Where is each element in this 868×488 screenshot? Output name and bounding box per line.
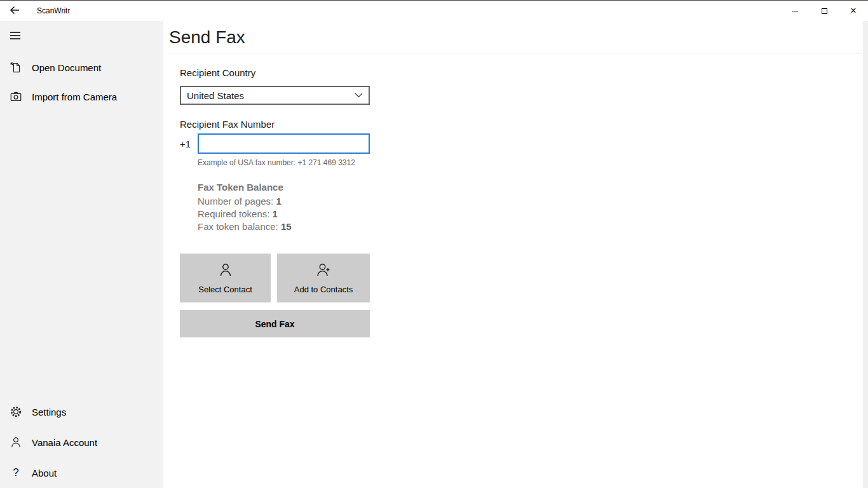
close-icon: × [850, 6, 856, 16]
fax-number-input[interactable] [198, 133, 370, 154]
pages-line: Number of pages: 1 [198, 195, 379, 208]
app-window: ScanWritr × Open Document [0, 0, 868, 488]
token-balance-block: Fax Token Balance Number of pages: 1 Req… [198, 181, 379, 233]
person-add-icon [315, 262, 332, 280]
recipient-country-value: United States [187, 90, 244, 101]
back-button[interactable] [0, 1, 29, 21]
hamburger-icon [9, 29, 22, 44]
minimize-button[interactable] [780, 1, 810, 21]
sidebar-item-import-from-camera[interactable]: Import from Camera [0, 82, 163, 111]
window-controls: × [780, 1, 868, 21]
titlebar: ScanWritr × [0, 1, 868, 21]
maximize-button[interactable] [810, 1, 839, 21]
hamburger-menu-button[interactable] [0, 21, 31, 51]
app-body: Open Document Import from Camera Setting… [0, 21, 868, 488]
chevron-down-icon [355, 93, 363, 98]
scrollbar[interactable] [864, 21, 868, 488]
send-fax-button[interactable]: Send Fax [180, 310, 370, 337]
camera-icon [9, 90, 23, 104]
recipient-country-label: Recipient Country [180, 67, 379, 78]
send-fax-form: Recipient Country United States Recipien… [169, 53, 379, 337]
sidebar-top-group: Open Document Import from Camera [0, 53, 163, 111]
sidebar-item-label: Vanaia Account [32, 437, 97, 448]
sidebar-item-about[interactable]: ? About [0, 458, 163, 488]
pages-value: 1 [276, 196, 281, 207]
fax-prefix: +1 [180, 139, 198, 149]
back-arrow-icon [10, 5, 20, 17]
select-contact-label: Select Contact [198, 285, 252, 294]
sidebar-item-vanaia-account[interactable]: Vanaia Account [0, 427, 163, 458]
contact-buttons-row: Select Contact Add to Contacts [180, 254, 379, 302]
sidebar-item-label: About [32, 468, 57, 478]
person-icon [9, 435, 23, 449]
balance-line: Fax token balance: 15 [198, 220, 379, 233]
fax-number-row: +1 [180, 133, 379, 154]
sidebar: Open Document Import from Camera Setting… [0, 21, 163, 488]
maximize-icon [822, 8, 827, 14]
sidebar-item-label: Settings [32, 407, 66, 417]
add-to-contacts-button[interactable]: Add to Contacts [277, 254, 370, 302]
minimize-icon [792, 11, 798, 11]
tokens-value: 1 [273, 208, 278, 219]
sidebar-item-settings[interactable]: Settings [0, 396, 163, 427]
sidebar-item-label: Import from Camera [32, 92, 117, 102]
app-title: ScanWritr [37, 6, 70, 15]
token-balance-heading: Fax Token Balance [198, 181, 379, 194]
recipient-country-dropdown[interactable]: United States [180, 86, 370, 105]
person-icon [217, 262, 234, 280]
sidebar-item-label: Open Document [32, 62, 101, 73]
page-title: Send Fax [169, 21, 868, 53]
tokens-line: Required tokens: 1 [198, 208, 379, 220]
sidebar-item-open-document[interactable]: Open Document [0, 53, 163, 82]
balance-value: 15 [281, 221, 292, 232]
fax-example-text: Example of USA fax number: +1 271 469 33… [198, 158, 379, 167]
open-document-icon [9, 60, 23, 74]
question-icon: ? [9, 466, 23, 480]
sidebar-bottom-group: Settings Vanaia Account ? About [0, 396, 163, 488]
main-content: Send Fax Recipient Country United States… [163, 21, 868, 488]
close-button[interactable]: × [839, 1, 868, 21]
gear-icon [9, 405, 23, 419]
select-contact-button[interactable]: Select Contact [180, 254, 271, 302]
add-to-contacts-label: Add to Contacts [294, 285, 353, 294]
recipient-fax-label: Recipient Fax Number [180, 119, 379, 130]
